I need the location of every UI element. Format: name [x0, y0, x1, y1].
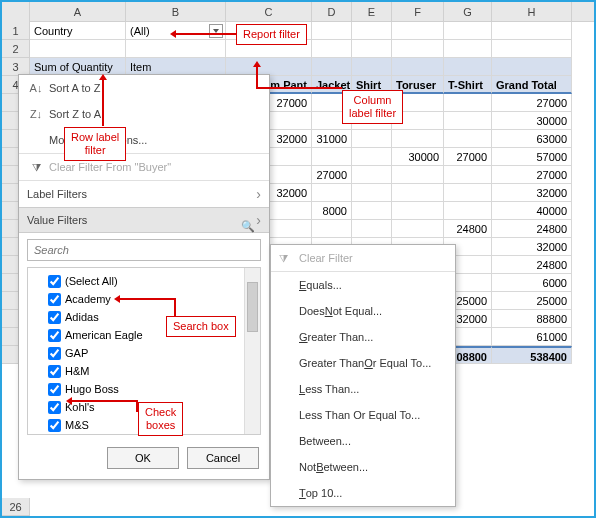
- data-cell[interactable]: [444, 166, 492, 184]
- select-all-corner[interactable]: [2, 2, 30, 22]
- col-G[interactable]: G: [444, 2, 492, 21]
- filter-checkbox[interactable]: [48, 365, 61, 378]
- data-cell[interactable]: 24800: [492, 256, 572, 274]
- data-cell[interactable]: [392, 220, 444, 238]
- cell[interactable]: [352, 40, 392, 58]
- data-cell[interactable]: [444, 112, 492, 130]
- cell[interactable]: [312, 22, 352, 40]
- cell[interactable]: [444, 58, 492, 76]
- col-F[interactable]: F: [392, 2, 444, 21]
- cell[interactable]: [444, 40, 492, 58]
- filter-item[interactable]: Hugo Boss: [30, 380, 258, 398]
- data-cell[interactable]: [312, 220, 352, 238]
- col-D[interactable]: D: [312, 2, 352, 21]
- grand-total-cell[interactable]: 538400: [492, 346, 572, 364]
- data-cell[interactable]: [444, 202, 492, 220]
- filter-checkbox[interactable]: [48, 311, 61, 324]
- data-cell[interactable]: [312, 184, 352, 202]
- data-cell[interactable]: [444, 130, 492, 148]
- data-cell[interactable]: 27000: [492, 166, 572, 184]
- value-filter-item[interactable]: Not Between...: [271, 454, 455, 480]
- value-filter-item[interactable]: Does Not Equal...: [271, 298, 455, 324]
- cell[interactable]: [492, 22, 572, 40]
- data-cell[interactable]: 32000: [492, 184, 572, 202]
- filter-checkbox[interactable]: [48, 293, 61, 306]
- data-cell[interactable]: 32000: [492, 238, 572, 256]
- scrollbar[interactable]: [244, 268, 260, 434]
- sort-za[interactable]: Z↓Sort Z to A: [19, 101, 269, 127]
- row-2[interactable]: 2: [2, 40, 30, 58]
- data-cell[interactable]: 24800: [444, 220, 492, 238]
- data-cell[interactable]: 30000: [392, 148, 444, 166]
- data-cell[interactable]: 63000: [492, 130, 572, 148]
- col-B[interactable]: B: [126, 2, 226, 21]
- col-E[interactable]: E: [352, 2, 392, 21]
- data-cell[interactable]: [392, 202, 444, 220]
- cell[interactable]: [444, 22, 492, 40]
- cell[interactable]: [492, 58, 572, 76]
- col-item-5[interactable]: T-Shirt: [444, 76, 492, 94]
- data-cell[interactable]: 88800: [492, 310, 572, 328]
- filter-checkbox[interactable]: [48, 419, 61, 432]
- report-filter-value[interactable]: (All): [126, 22, 226, 40]
- data-cell[interactable]: 6000: [492, 274, 572, 292]
- cell[interactable]: [492, 40, 572, 58]
- value-filter-item[interactable]: Between...: [271, 428, 455, 454]
- filter-checkbox[interactable]: [48, 347, 61, 360]
- data-cell[interactable]: 27000: [444, 148, 492, 166]
- data-cell[interactable]: [444, 94, 492, 112]
- filter-checkbox[interactable]: [48, 401, 61, 414]
- value-filter-item[interactable]: Less Than...: [271, 376, 455, 402]
- data-cell[interactable]: 40000: [492, 202, 572, 220]
- value-filter-item[interactable]: Equals...: [271, 272, 455, 298]
- cell[interactable]: [352, 22, 392, 40]
- more-sort[interactable]: More Sort Options...: [19, 127, 269, 153]
- ok-button[interactable]: OK: [107, 447, 179, 469]
- row-26[interactable]: 26: [2, 498, 30, 516]
- data-cell[interactable]: [444, 184, 492, 202]
- cell[interactable]: [352, 58, 392, 76]
- cell[interactable]: [30, 40, 126, 58]
- data-cell[interactable]: [352, 130, 392, 148]
- data-cell[interactable]: 8000: [312, 202, 352, 220]
- data-cell[interactable]: [352, 166, 392, 184]
- data-cell[interactable]: [352, 220, 392, 238]
- data-cell[interactable]: [352, 184, 392, 202]
- col-A[interactable]: A: [30, 2, 126, 21]
- data-cell[interactable]: 27000: [312, 166, 352, 184]
- data-cell[interactable]: 57000: [492, 148, 572, 166]
- data-cell[interactable]: [392, 130, 444, 148]
- cell[interactable]: [312, 58, 352, 76]
- value-filter-item[interactable]: Greater Than Or Equal To...: [271, 350, 455, 376]
- sort-az[interactable]: A↓Sort A to Z: [19, 75, 269, 101]
- data-cell[interactable]: 27000: [492, 94, 572, 112]
- data-cell[interactable]: [312, 148, 352, 166]
- report-filter-label[interactable]: Country: [30, 22, 126, 40]
- cell[interactable]: [392, 40, 444, 58]
- col-H[interactable]: H: [492, 2, 572, 21]
- filter-item[interactable]: H&M: [30, 362, 258, 380]
- data-cell[interactable]: 31000: [312, 130, 352, 148]
- cell[interactable]: [312, 40, 352, 58]
- cancel-button[interactable]: Cancel: [187, 447, 259, 469]
- report-filter-dropdown-icon[interactable]: [209, 24, 223, 38]
- search-input[interactable]: [27, 239, 261, 261]
- cell[interactable]: [126, 40, 226, 58]
- value-filter-item[interactable]: Less Than Or Equal To...: [271, 402, 455, 428]
- data-cell[interactable]: [392, 184, 444, 202]
- data-cell[interactable]: 24800: [492, 220, 572, 238]
- data-cell[interactable]: 30000: [492, 112, 572, 130]
- filter-checkbox[interactable]: [48, 329, 61, 342]
- cell[interactable]: [392, 22, 444, 40]
- col-item-6[interactable]: Grand Total: [492, 76, 572, 94]
- data-cell[interactable]: [392, 166, 444, 184]
- row-1[interactable]: 1: [2, 22, 30, 40]
- data-cell[interactable]: [352, 148, 392, 166]
- filter-checkbox[interactable]: [48, 383, 61, 396]
- value-filter-item[interactable]: Top 10...: [271, 480, 455, 506]
- filter-item[interactable]: (Select All): [30, 272, 258, 290]
- col-C[interactable]: C: [226, 2, 312, 21]
- value-filter-item[interactable]: Greater Than...: [271, 324, 455, 350]
- scroll-thumb[interactable]: [247, 282, 258, 332]
- value-filters[interactable]: Value Filters: [19, 207, 269, 233]
